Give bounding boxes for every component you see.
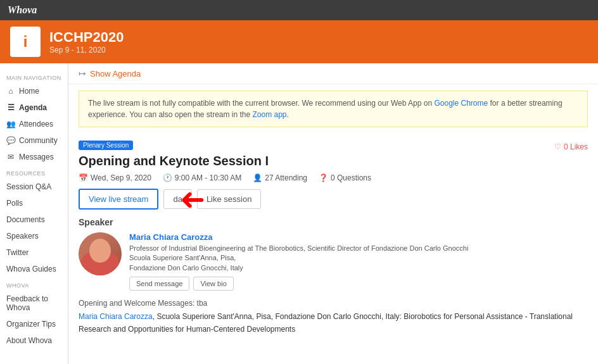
sidebar-item-speakers[interactable]: Speakers — [0, 228, 68, 244]
sidebar-label-polls: Polls — [6, 199, 23, 208]
warning-text1: The live stream is not fully compatible … — [88, 99, 434, 108]
main-layout: MAIN NAVIGATION ⌂ Home ☰ Agenda 👥 Attend… — [0, 63, 598, 364]
warning-text3: . — [287, 110, 289, 119]
speaker-description: Professor of Industrial Bioengineering a… — [129, 244, 468, 273]
calendar-icon: 📅 — [79, 173, 88, 182]
sidebar-item-home[interactable]: ⌂ Home — [0, 83, 68, 99]
session-content: Plenary Session ♡ 0 Likes Opening and Ke… — [68, 134, 598, 342]
community-icon: 💬 — [6, 136, 15, 145]
link-item-2: Maria Chiara Carozza, Scuola Superiore S… — [79, 310, 588, 336]
sidebar-label-organizer-tips: Organizer Tips — [6, 320, 56, 329]
sidebar-item-documents[interactable]: Documents — [0, 211, 68, 228]
sidebar-item-twitter[interactable]: Twitter — [0, 244, 68, 261]
session-date: 📅 Wed, Sep 9, 2020 — [79, 173, 151, 182]
session-links: Opening and Welcome Messages: tba Maria … — [79, 297, 588, 336]
content-area: ↦ Show Agenda The live stream is not ful… — [68, 63, 598, 364]
google-chrome-link[interactable]: Google Chrome — [434, 99, 488, 108]
conference-dates: Sep 9 - 11, 2020 — [49, 46, 124, 54]
home-icon: ⌂ — [6, 87, 15, 96]
buttons-row: View live stream ➜ da Like session — [79, 189, 588, 210]
sidebar-item-whova-guides[interactable]: Whova Guides — [0, 261, 68, 277]
likes-count: 0 Likes — [564, 142, 588, 151]
sidebar-label-whova-guides: Whova Guides — [6, 265, 56, 273]
session-tag: Plenary Session — [79, 141, 133, 150]
link-item-1: Opening and Welcome Messages: tba — [79, 297, 588, 310]
session-questions: ❓ 0 Questions — [319, 173, 371, 182]
warning-banner: The live stream is not fully compatible … — [79, 91, 588, 127]
sidebar-item-feedback[interactable]: Feedback to Whova — [0, 291, 68, 316]
link-text-2: , Scuola Superiore Sant'Anna, Pisa, Fond… — [79, 312, 573, 334]
sidebar-item-about[interactable]: About Whova — [0, 332, 68, 349]
whova-label: WHOVA — [0, 277, 68, 291]
show-agenda-link[interactable]: Show Agenda — [90, 69, 141, 78]
conference-header: i ICCHP2020 Sep 9 - 11, 2020 — [0, 20, 598, 63]
link-title-1[interactable]: Opening and Welcome Messages: tba — [79, 299, 207, 308]
agenda-arrow-icon: ↦ — [79, 68, 86, 78]
sidebar: MAIN NAVIGATION ⌂ Home ☰ Agenda 👥 Attend… — [0, 63, 68, 364]
top-bar: Whova — [0, 0, 598, 20]
sidebar-item-qa[interactable]: Session Q&A — [0, 179, 68, 195]
show-agenda-bar: ↦ Show Agenda — [68, 63, 598, 84]
sidebar-item-agenda[interactable]: ☰ Agenda — [0, 99, 68, 116]
main-nav-label: MAIN NAVIGATION — [0, 70, 68, 83]
like-session-button[interactable]: Like session — [197, 189, 262, 209]
speaker-info: Maria Chiara Carozza Professor of Indust… — [129, 232, 468, 291]
messages-icon: ✉ — [6, 153, 15, 161]
agenda-button[interactable]: da — [163, 189, 191, 209]
resources-label: RESOURCES — [0, 165, 68, 179]
app-logo: Whova — [8, 4, 37, 16]
sidebar-label-messages: Messages — [19, 153, 54, 161]
sidebar-item-polls[interactable]: Polls — [0, 195, 68, 211]
speaker-section: Speaker Maria Chiara Carozza Professor o… — [79, 217, 588, 291]
view-bio-button[interactable]: View bio — [193, 277, 233, 291]
sidebar-label-twitter: Twitter — [6, 248, 29, 257]
speaker-avatar — [79, 232, 122, 275]
sidebar-label-community: Community — [19, 136, 58, 145]
conference-name: ICCHP2020 — [49, 29, 124, 46]
sidebar-item-organizer-tips[interactable]: Organizer Tips — [0, 316, 68, 332]
session-meta: 📅 Wed, Sep 9, 2020 🕐 9:00 AM - 10:30 AM … — [79, 173, 588, 182]
view-live-stream-button[interactable]: View live stream — [79, 189, 158, 210]
session-time: 🕐 9:00 AM - 10:30 AM — [163, 173, 241, 182]
link-authors-2[interactable]: Maria Chiara Carozza — [79, 312, 153, 321]
sidebar-label-speakers: Speakers — [6, 232, 39, 241]
send-message-button[interactable]: Send message — [129, 277, 189, 291]
sidebar-label-feedback: Feedback to Whova — [6, 294, 61, 312]
speaker-section-label: Speaker — [79, 217, 588, 227]
sidebar-label-about: About Whova — [6, 336, 52, 345]
sidebar-label-qa: Session Q&A — [6, 182, 51, 191]
sidebar-label-attendees: Attendees — [19, 120, 53, 129]
sidebar-label-documents: Documents — [6, 215, 45, 224]
sidebar-label-agenda: Agenda — [19, 103, 47, 112]
attendees-icon: 👥 — [6, 120, 15, 129]
sidebar-item-messages[interactable]: ✉ Messages — [0, 149, 68, 165]
conference-info: ICCHP2020 Sep 9 - 11, 2020 — [49, 29, 124, 54]
sidebar-item-community[interactable]: 💬 Community — [0, 132, 68, 149]
session-likes: ♡ 0 Likes — [554, 142, 588, 151]
speaker-buttons: Send message View bio — [129, 277, 468, 291]
agenda-icon: ☰ — [6, 103, 15, 112]
conference-logo: i — [10, 27, 41, 57]
question-icon: ❓ — [319, 173, 328, 182]
sidebar-item-attendees[interactable]: 👥 Attendees — [0, 116, 68, 132]
clock-icon: 🕐 — [163, 173, 172, 182]
people-icon: 👤 — [253, 173, 262, 182]
sidebar-label-home: Home — [19, 87, 39, 96]
speaker-name[interactable]: Maria Chiara Carozza — [129, 232, 468, 242]
zoom-app-link[interactable]: Zoom app — [253, 110, 287, 119]
session-header-row: Plenary Session ♡ 0 Likes — [79, 140, 588, 154]
speaker-card: Maria Chiara Carozza Professor of Indust… — [79, 232, 588, 291]
session-attending: 👤 27 Attending — [253, 173, 307, 182]
speaker-avatar-image — [79, 232, 122, 275]
heart-icon: ♡ — [554, 142, 561, 151]
session-title: Opening and Keynote Session I — [79, 154, 588, 168]
